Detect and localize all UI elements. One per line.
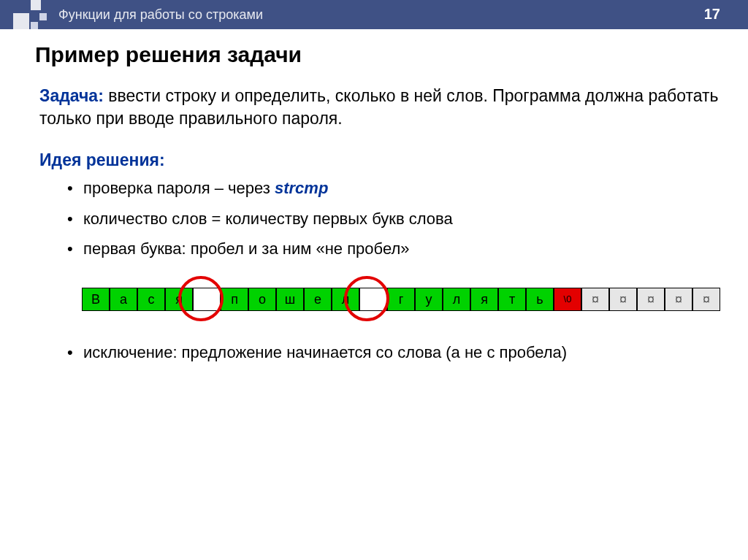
bullet-text: первая буква: пробел и за ним «не пробел… — [83, 239, 409, 258]
char-cell: ¤ — [665, 288, 692, 311]
slide-content: Пример решения задачи Задача: ввести стр… — [0, 29, 748, 364]
slide-header: Функции для работы со строками 17 — [0, 0, 748, 29]
char-cell: ¤ — [637, 288, 665, 311]
char-cell — [193, 288, 221, 311]
idea-bullets-after: исключение: предложение начинается со сл… — [35, 342, 722, 364]
char-cell: е — [304, 288, 332, 311]
bullet-text: исключение: предложение начинается со сл… — [83, 343, 567, 361]
idea-label: Идея решения: — [35, 150, 722, 170]
char-cell: ш — [276, 288, 304, 311]
bullet-item: количество слов = количеству первых букв… — [83, 208, 722, 230]
page-number: 17 — [704, 6, 720, 23]
string-diagram: Васяпошелгулять\0¤¤¤¤¤ — [82, 277, 722, 321]
char-cell: ¤ — [581, 288, 609, 311]
char-cell: ¤ — [692, 288, 720, 311]
bullet-item: проверка пароля – через strcmp — [83, 177, 722, 199]
char-cell: г — [387, 288, 415, 311]
char-cell: я — [470, 288, 498, 311]
bullet-item: исключение: предложение начинается со сл… — [83, 342, 722, 364]
char-cell: я — [165, 288, 193, 311]
char-cell: ¤ — [609, 288, 637, 311]
char-cell: п — [221, 288, 248, 311]
char-cell: ь — [526, 288, 554, 311]
char-cell — [359, 288, 387, 311]
idea-bullets: проверка пароля – через strcmp количеств… — [35, 177, 722, 260]
char-cell: с — [137, 288, 165, 311]
header-title: Функции для работы со строками — [58, 7, 263, 23]
task-text: ввести строку и определить, сколько в не… — [39, 86, 719, 128]
bullet-item: первая буква: пробел и за ним «не пробел… — [83, 238, 722, 260]
char-cell: \0 — [554, 288, 581, 311]
char-cell: л — [332, 288, 359, 311]
code-strcmp: strcmp — [275, 179, 328, 197]
char-cell: у — [415, 288, 443, 311]
logo-blocks — [13, 0, 50, 29]
char-cell: т — [498, 288, 526, 311]
char-cell: л — [443, 288, 470, 311]
char-row: Васяпошелгулять\0¤¤¤¤¤ — [82, 288, 720, 311]
task-label: Задача: — [39, 86, 104, 105]
char-cell: о — [248, 288, 276, 311]
bullet-text: количество слов = количеству первых букв… — [83, 210, 453, 228]
bullet-text: проверка пароля – через — [83, 179, 275, 197]
task-block: Задача: ввести строку и определить, скол… — [35, 85, 722, 130]
char-cell: а — [110, 288, 137, 311]
char-cell: В — [82, 288, 110, 311]
page-title: Пример решения задачи — [35, 42, 722, 67]
